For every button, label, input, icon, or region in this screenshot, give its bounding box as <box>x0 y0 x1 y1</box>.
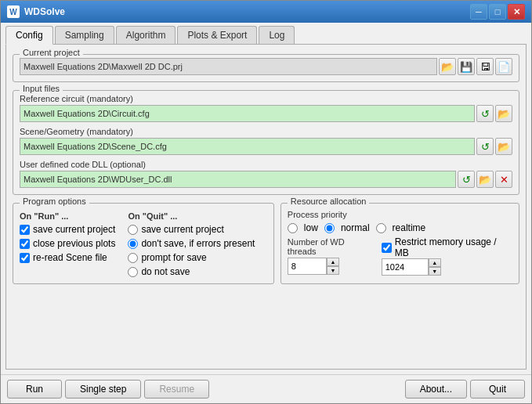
current-project-row: 📂 💾 🖫 📄 <box>20 58 512 75</box>
scene-geometry-row: ↺ 📂 <box>20 138 512 155</box>
single-step-button[interactable]: Single step <box>65 380 141 399</box>
quit-button[interactable]: Quit <box>470 380 525 399</box>
do-not-save-label: do not save <box>141 266 190 277</box>
save-as-button[interactable]: 🖫 <box>476 58 494 75</box>
restrict-memory-cb-row: Restrict memory usage / MB <box>382 236 512 258</box>
main-window: W WDSolve ─ □ ✕ Config Sampling Algorith… <box>0 0 532 404</box>
memory-input[interactable] <box>382 258 429 276</box>
tab-plots-export[interactable]: Plots & Export <box>177 26 257 44</box>
reference-circuit-group: Reference circuit (mandatory) ↺ 📂 <box>20 94 512 122</box>
priority-low-radio[interactable] <box>288 223 298 233</box>
on-quit-label: On "Quit" ... <box>128 211 255 221</box>
scene-geometry-group: Scene/Geometry (mandatory) ↺ 📂 <box>20 127 512 155</box>
title-bar: W WDSolve ─ □ ✕ <box>1 1 531 23</box>
on-run-label: On "Run" ... <box>20 211 115 221</box>
priority-normal-radio[interactable] <box>324 223 335 233</box>
bottom-bar: Run Single step Resume About... Quit <box>1 374 531 403</box>
content-area: Config Sampling Algorithm Plots & Export… <box>1 23 531 374</box>
reference-circuit-input[interactable] <box>20 105 475 122</box>
tab-config[interactable]: Config <box>5 26 53 45</box>
threads-label: Number of WD threads <box>288 237 375 256</box>
run-button[interactable]: Run <box>7 380 62 399</box>
save-current-project-quit-label: save current project <box>141 224 223 235</box>
input-files-section: Input files Reference circuit (mandatory… <box>13 90 519 195</box>
dont-save-errors-radio[interactable] <box>128 239 138 249</box>
priority-low-label: low <box>304 222 318 233</box>
close-button[interactable]: ✕ <box>508 4 525 20</box>
user-defined-delete[interactable]: ✕ <box>495 171 512 188</box>
resume-button[interactable]: Resume <box>144 380 209 399</box>
threads-down[interactable]: ▼ <box>327 266 339 275</box>
save-current-project-run-label: save current project <box>33 224 115 235</box>
prompt-for-save-label: prompt for save <box>141 252 206 263</box>
program-options-legend: Program options <box>20 197 89 206</box>
input-files-legend: Input files <box>20 84 63 93</box>
do-not-save-radio[interactable] <box>128 267 138 277</box>
tab-bar: Config Sampling Algorithm Plots & Export… <box>5 26 527 45</box>
priority-realtime-radio[interactable] <box>376 223 386 233</box>
reference-circuit-folder[interactable]: 📂 <box>495 105 512 122</box>
re-read-scene-checkbox[interactable] <box>20 253 30 263</box>
on-quit-col: On "Quit" ... save current project don't… <box>128 210 255 277</box>
threads-up[interactable]: ▲ <box>327 258 339 266</box>
re-read-scene-row: re-read Scene file <box>20 252 115 263</box>
minimize-button[interactable]: ─ <box>470 4 487 20</box>
dont-save-errors-label: don't save, if errors present <box>141 238 255 249</box>
memory-spinner: ▲ ▼ <box>382 258 512 276</box>
close-previous-plots-row: close previous plots <box>20 238 115 249</box>
tab-sampling[interactable]: Sampling <box>55 26 114 44</box>
prompt-for-save-row: prompt for save <box>128 252 255 263</box>
memory-arrows: ▲ ▼ <box>429 258 441 276</box>
memory-up[interactable]: ▲ <box>429 258 441 267</box>
user-defined-folder[interactable]: 📂 <box>476 171 494 188</box>
resource-allocation-legend: Resource allocation <box>288 197 370 206</box>
close-previous-plots-label: close previous plots <box>33 238 115 249</box>
resource-allocation-section: Resource allocation Process priority low… <box>280 203 519 284</box>
config-tab-content: Current project 📂 💾 🖫 📄 Input files Refe… <box>5 45 527 370</box>
user-defined-label: User defined code DLL (optional) <box>20 160 512 169</box>
tab-log[interactable]: Log <box>259 26 295 44</box>
restrict-memory-checkbox[interactable] <box>382 243 392 253</box>
save-current-project-quit-row: save current project <box>128 224 255 235</box>
save-current-project-quit-radio[interactable] <box>128 225 138 235</box>
window-controls: ─ □ ✕ <box>470 4 525 20</box>
dont-save-errors-row: don't save, if errors present <box>128 238 255 249</box>
scene-geometry-label: Scene/Geometry (mandatory) <box>20 127 512 136</box>
priority-realtime-label: realtime <box>393 222 426 233</box>
reference-circuit-label: Reference circuit (mandatory) <box>20 94 512 103</box>
prompt-for-save-radio[interactable] <box>128 253 138 263</box>
app-icon: W <box>7 5 20 18</box>
do-not-save-row: do not save <box>128 266 255 277</box>
window-title: WDSolve <box>24 6 470 17</box>
threads-spinner: ▲ ▼ <box>288 258 375 275</box>
current-project-legend: Current project <box>20 48 83 57</box>
user-defined-group: User defined code DLL (optional) ↺ 📂 ✕ <box>20 160 512 188</box>
bottom-right-buttons: About... Quit <box>405 380 525 399</box>
threads-row: Number of WD threads ▲ ▼ <box>288 236 512 276</box>
priority-normal-label: normal <box>341 222 370 233</box>
save-current-project-run-checkbox[interactable] <box>20 225 30 235</box>
re-read-scene-label: re-read Scene file <box>33 252 107 263</box>
reference-circuit-refresh[interactable]: ↺ <box>476 105 494 122</box>
memory-down[interactable]: ▼ <box>429 267 441 276</box>
new-button[interactable]: 📄 <box>495 58 512 75</box>
scene-geometry-refresh[interactable]: ↺ <box>476 138 494 155</box>
user-defined-input[interactable] <box>20 171 456 188</box>
save-button[interactable]: 💾 <box>458 58 475 75</box>
maximize-button[interactable]: □ <box>489 4 506 20</box>
current-project-input[interactable] <box>20 58 437 75</box>
scene-geometry-folder[interactable]: 📂 <box>495 138 512 155</box>
user-defined-row: ↺ 📂 ✕ <box>20 171 512 188</box>
close-previous-plots-checkbox[interactable] <box>20 239 30 249</box>
threads-arrows: ▲ ▼ <box>327 258 339 275</box>
scene-geometry-input[interactable] <box>20 138 475 155</box>
about-button[interactable]: About... <box>405 380 467 399</box>
open-folder-button[interactable]: 📂 <box>439 58 456 75</box>
user-defined-refresh[interactable]: ↺ <box>458 171 475 188</box>
restrict-memory-label: Restrict memory usage / MB <box>395 236 512 258</box>
priority-row: low normal realtime <box>288 222 512 233</box>
program-options-section: Program options On "Run" ... save curren… <box>13 203 274 284</box>
threads-group: Number of WD threads ▲ ▼ <box>288 237 375 275</box>
threads-input[interactable] <box>288 258 327 275</box>
tab-algorithm[interactable]: Algorithm <box>116 26 176 44</box>
